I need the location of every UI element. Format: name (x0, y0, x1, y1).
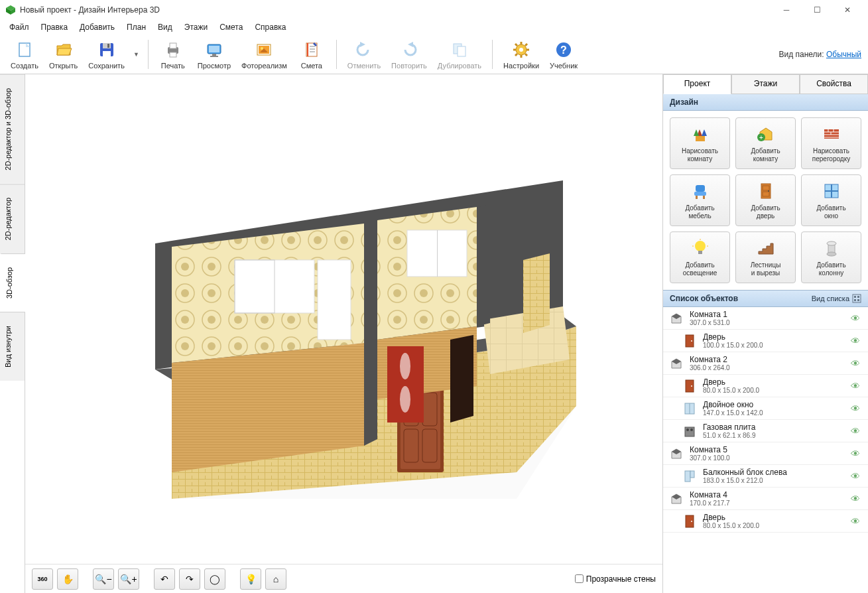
viewport-rotate-cw-button[interactable]: ↷ (179, 568, 200, 590)
visibility-toggle-icon[interactable]: 👁 (851, 403, 863, 414)
object-list-item[interactable]: Комната 4170.0 x 217.7👁 (663, 488, 868, 510)
action-bulb-button[interactable]: Добавитьосвещение (670, 231, 730, 283)
action-wall-button[interactable]: Нарисоватьперегородку (801, 117, 861, 169)
object-list-item[interactable]: Дверь80.0 x 15.0 x 200.0👁 (663, 510, 868, 533)
minimize-button[interactable]: ─ (771, 0, 802, 20)
object-list-item[interactable]: Комната 5307.0 x 100.0👁 (663, 442, 868, 465)
action-label: Добавитьосвещение (683, 261, 717, 277)
panel-tab-1[interactable]: Этажи (731, 74, 800, 94)
monitor-icon (204, 39, 225, 60)
svg-marker-83 (523, 253, 550, 333)
list-view-mode[interactable]: Вид списка (812, 294, 861, 303)
svg-marker-26 (408, 42, 413, 47)
svg-rect-6 (103, 43, 111, 48)
close-button[interactable]: ✕ (832, 0, 863, 20)
action-chair-button[interactable]: Добавитьмебель (670, 174, 730, 226)
viewport-rotate-ccw-button[interactable]: ↶ (154, 568, 175, 590)
menu-вид[interactable]: Вид (153, 21, 178, 33)
3d-viewport[interactable] (25, 74, 662, 564)
design-section-header: Дизайн (663, 94, 868, 111)
save-dropdown[interactable]: ▼ (131, 51, 141, 58)
visibility-toggle-icon[interactable]: 👁 (851, 336, 863, 346)
view-tab[interactable]: 3D-обзор (0, 253, 25, 312)
window-icon (821, 180, 842, 202)
visibility-toggle-icon[interactable]: 👁 (851, 471, 863, 482)
visibility-toggle-icon[interactable]: 👁 (851, 358, 863, 369)
object-list-item[interactable]: Газовая плита51.0 x 62.1 x 86.9👁 (663, 420, 868, 442)
toolbar-label: Настройки (503, 62, 539, 70)
viewport-home-button[interactable]: ⌂ (265, 568, 286, 590)
toolbar-label: Просмотр (198, 62, 231, 70)
gear-icon (511, 39, 532, 60)
panel-mode-link[interactable]: Обычный (826, 50, 861, 59)
menu-этажи[interactable]: Этажи (179, 21, 213, 33)
action-draw-button[interactable]: Нарисоватькомнату (670, 117, 730, 169)
panel-tab-2[interactable]: Свойства (800, 74, 868, 94)
object-list-item[interactable]: Балконный блок слева183.0 x 15.0 x 212.0… (663, 465, 868, 488)
transparent-walls-input[interactable] (575, 574, 584, 583)
menu-смета[interactable]: Смета (214, 21, 248, 33)
action-stairs-button[interactable]: Лестницыи вырезы (735, 231, 796, 283)
menu-правка[interactable]: Правка (36, 21, 74, 33)
viewport-hand-button[interactable]: ✋ (57, 568, 78, 590)
toolbar-monitor-button[interactable]: Просмотр (194, 38, 235, 71)
maximize-button[interactable]: ☐ (802, 0, 832, 20)
visibility-toggle-icon[interactable]: 👁 (851, 448, 863, 459)
object-list-item[interactable]: Дверь100.0 x 15.0 x 200.0👁 (663, 330, 868, 352)
svg-marker-78 (477, 205, 490, 326)
toolbar-help-button[interactable]: ?Учебник (546, 38, 582, 71)
transparent-walls-checkbox[interactable]: Прозрачные стены (575, 574, 656, 584)
action-column-button[interactable]: Добавитьколонну (801, 231, 861, 283)
object-name: Дверь (703, 377, 851, 387)
toolbar-print-button[interactable]: Печать (155, 38, 191, 71)
window-icon (682, 401, 698, 417)
visibility-toggle-icon[interactable]: 👁 (851, 313, 863, 324)
visibility-toggle-icon[interactable]: 👁 (851, 426, 863, 436)
toolbar-open-button[interactable]: Открыть (45, 38, 82, 71)
toolbar-photo-button[interactable]: Фотореализм (237, 38, 291, 71)
action-label: Добавитьдверь (751, 204, 780, 220)
toolbar-new-button[interactable]: Создать (7, 38, 42, 71)
action-door-button[interactable]: Добавитьдверь (735, 174, 796, 226)
toolbar-save-button[interactable]: Сохранить (84, 38, 129, 71)
view-tab[interactable]: 2D-редактор и 3D-обзор (0, 74, 25, 184)
action-label: Добавитьколонну (816, 261, 845, 277)
panel-tab-0[interactable]: Проект (663, 74, 731, 94)
object-name: Газовая плита (703, 423, 851, 432)
svg-rect-116 (857, 296, 859, 298)
toolbar-gear-button[interactable]: Настройки (499, 38, 543, 71)
action-addroom-button[interactable]: +Добавитькомнату (735, 117, 796, 169)
svg-rect-75 (437, 230, 438, 277)
action-window-button[interactable]: Добавитьокно (801, 174, 861, 226)
viewport-zoom-in-button[interactable]: 🔍+ (118, 568, 139, 590)
viewport-toolbar: 360✋🔍−🔍+↶↷◯💡⌂ Прозрачные стены (25, 564, 662, 593)
menu-справка[interactable]: Справка (249, 21, 291, 33)
viewport-zoom-out-button[interactable]: 🔍− (93, 568, 114, 590)
object-dimensions: 147.0 x 15.0 x 142.0 (703, 409, 851, 417)
menu-файл[interactable]: Файл (4, 21, 34, 33)
menu-добавить[interactable]: Добавить (74, 21, 120, 33)
svg-rect-11 (170, 52, 176, 57)
object-list-item[interactable]: Дверь80.0 x 15.0 x 200.0👁 (663, 375, 868, 397)
visibility-toggle-icon[interactable]: 👁 (851, 494, 863, 504)
toolbar-label: Сохранить (88, 62, 125, 70)
visibility-toggle-icon[interactable]: 👁 (851, 381, 863, 391)
viewport-ellipse-button[interactable]: ◯ (204, 568, 225, 590)
view-tab[interactable]: 2D-редактор (0, 184, 25, 253)
svg-point-131 (690, 428, 693, 431)
visibility-toggle-icon[interactable]: 👁 (851, 516, 863, 527)
main-toolbar: СоздатьОткрытьСохранить▼ПечатьПросмотрФо… (0, 34, 868, 74)
svg-line-36 (525, 54, 527, 56)
left-view-tabs: 2D-редактор и 3D-обзор2D-редактор3D-обзо… (0, 74, 25, 593)
object-list-item[interactable]: Комната 2306.0 x 264.0👁 (663, 352, 868, 375)
menu-план[interactable]: План (121, 21, 151, 33)
window-title: Новый проект - Дизайн Интерьера 3D (20, 5, 771, 15)
right-panel-tabs: ПроектЭтажиСвойства (663, 74, 868, 94)
object-list-item[interactable]: Комната 1307.0 x 531.0👁 (663, 307, 868, 330)
object-dimensions: 183.0 x 15.0 x 212.0 (703, 477, 851, 484)
object-list-item[interactable]: Двойное окно147.0 x 15.0 x 142.0👁 (663, 397, 868, 420)
viewport-360-button[interactable]: 360 (32, 568, 53, 590)
view-tab[interactable]: Вид изнутри (0, 312, 25, 381)
toolbar-estimate-button[interactable]: Смета (294, 38, 330, 71)
viewport-bulb-button[interactable]: 💡 (240, 568, 261, 590)
